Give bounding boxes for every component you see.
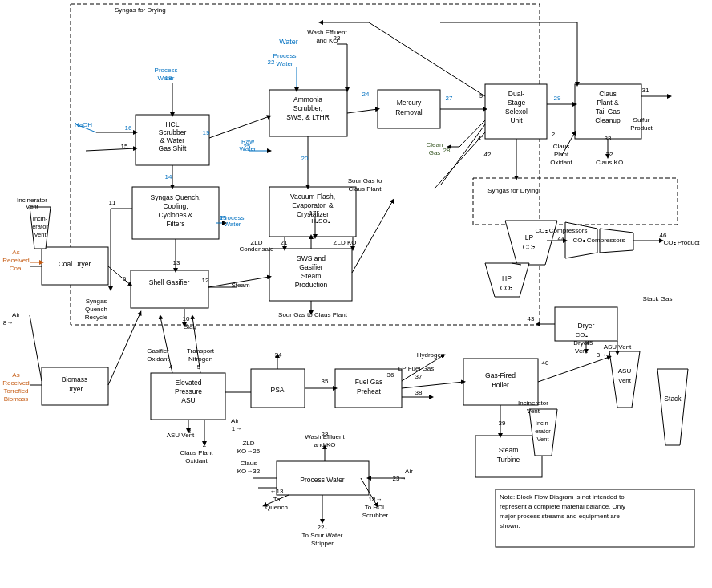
svg-text:Vent: Vent: [618, 377, 632, 384]
svg-text:Gasifier: Gasifier: [147, 347, 169, 355]
svg-text:Gas-Fired: Gas-Fired: [485, 371, 516, 379]
svg-text:Shell Gasifier: Shell Gasifier: [149, 278, 190, 286]
svg-text:Quench: Quench: [85, 306, 107, 313]
svg-text:Claus KO: Claus KO: [596, 159, 623, 166]
svg-text:23: 23: [322, 431, 329, 438]
svg-text:As: As: [12, 371, 19, 379]
svg-text:Ammonia: Ammonia: [293, 95, 322, 103]
svg-text:erator: erator: [535, 428, 551, 435]
svg-text:24: 24: [362, 91, 370, 98]
svg-text:42: 42: [484, 151, 492, 158]
svg-line-123: [352, 201, 393, 273]
svg-text:Sour Gas to: Sour Gas to: [348, 177, 382, 185]
svg-text:Water: Water: [276, 60, 293, 67]
svg-text:Sulfur: Sulfur: [633, 116, 650, 124]
svg-text:4: 4: [169, 363, 173, 371]
svg-text:Vacuum Flash,: Vacuum Flash,: [290, 193, 335, 201]
svg-text:10: 10: [183, 315, 190, 322]
svg-text:HCL: HCL: [165, 120, 179, 128]
svg-text:Coal Dryer: Coal Dryer: [59, 260, 91, 268]
svg-text:12: 12: [202, 277, 209, 284]
svg-text:16: 16: [125, 124, 132, 132]
svg-text:Process Water: Process Water: [300, 476, 345, 484]
svg-line-117: [108, 266, 131, 285]
svg-text:Removal: Removal: [395, 108, 423, 116]
svg-text:23→: 23→: [393, 475, 407, 482]
svg-text:15: 15: [121, 143, 128, 150]
svg-line-95: [347, 109, 378, 113]
svg-text:Stripper: Stripper: [311, 540, 334, 547]
svg-text:shown.: shown.: [500, 522, 520, 529]
svg-text:Vent: Vent: [34, 231, 47, 238]
svg-text:Preheat: Preheat: [357, 387, 381, 395]
svg-text:8→: 8→: [3, 319, 13, 326]
svg-text:Steam: Steam: [499, 446, 519, 454]
svg-text:37: 37: [415, 373, 423, 380]
svg-text:KO→26: KO→26: [237, 448, 261, 455]
svg-text:Sour Gas to Claus Plant: Sour Gas to Claus Plant: [278, 311, 348, 318]
svg-text:ASU Vent: ASU Vent: [167, 432, 195, 439]
svg-text:CO₂: CO₂: [500, 284, 514, 292]
svg-text:40: 40: [542, 359, 549, 367]
svg-text:ASU: ASU: [618, 367, 632, 375]
svg-text:31: 31: [642, 87, 649, 94]
svg-text:46: 46: [660, 232, 667, 239]
svg-line-90: [86, 148, 136, 151]
svg-text:Clean: Clean: [427, 141, 443, 148]
svg-text:Gasifier: Gasifier: [299, 263, 322, 271]
svg-text:Incin-: Incin-: [33, 215, 48, 222]
svg-text:Tail Gas: Tail Gas: [596, 107, 621, 116]
svg-text:43: 43: [528, 315, 535, 322]
svg-text:Stack: Stack: [664, 395, 682, 403]
svg-text:29: 29: [554, 95, 561, 102]
svg-text:Dryer: Dryer: [578, 322, 595, 330]
svg-text:Nitrogen: Nitrogen: [188, 355, 212, 363]
svg-text:1→: 1→: [232, 425, 241, 432]
svg-text:14: 14: [165, 173, 172, 180]
svg-text:and KO: and KO: [316, 37, 338, 44]
svg-text:Vent: Vent: [527, 408, 540, 415]
svg-text:CO₂ Compressors: CO₂ Compressors: [536, 227, 588, 234]
svg-text:Oxidant: Oxidant: [185, 457, 208, 464]
svg-text:Scrubber: Scrubber: [362, 512, 389, 519]
svg-text:Filters: Filters: [166, 220, 184, 228]
svg-text:CO₂ Product: CO₂ Product: [664, 239, 701, 246]
svg-text:22: 22: [268, 59, 275, 66]
svg-text:←13: ←13: [270, 488, 284, 495]
svg-text:ASU Vent: ASU Vent: [604, 343, 632, 351]
svg-line-150: [441, 124, 485, 185]
svg-text:Vent: Vent: [26, 203, 39, 210]
svg-text:and KO: and KO: [314, 441, 335, 448]
svg-text:44: 44: [558, 235, 565, 242]
svg-text:To: To: [273, 496, 281, 503]
svg-text:17: 17: [309, 209, 317, 217]
svg-text:Claus Plant: Claus Plant: [349, 185, 382, 193]
svg-text:13: 13: [173, 259, 180, 266]
svg-text:Claus: Claus: [241, 460, 257, 467]
svg-text:LP Fuel Gas: LP Fuel Gas: [398, 365, 434, 372]
svg-text:HP: HP: [502, 274, 512, 282]
svg-text:ASU: ASU: [181, 396, 195, 404]
svg-text:NaOH: NaOH: [75, 121, 92, 128]
svg-text:Scrubber: Scrubber: [159, 128, 187, 136]
svg-text:Steam: Steam: [231, 282, 249, 289]
svg-line-97: [459, 120, 485, 147]
svg-text:Water: Water: [224, 221, 241, 228]
svg-line-119: [108, 313, 140, 385]
svg-line-121: [30, 315, 42, 381]
svg-text:H₂SO₄: H₂SO₄: [311, 217, 330, 225]
svg-text:CO₂: CO₂: [523, 243, 536, 251]
svg-text:CO₂: CO₂: [576, 331, 588, 339]
svg-text:Oxidant: Oxidant: [550, 159, 572, 166]
svg-text:Recycle: Recycle: [85, 314, 108, 321]
svg-text:Dual-: Dual-: [508, 90, 524, 98]
svg-text:22↓: 22↓: [318, 524, 328, 531]
svg-text:SWS, & LTHR: SWS, & LTHR: [286, 113, 330, 121]
process-flow-diagram: HCL Scrubber & Water Gas Shift Ammonia S…: [0, 0, 712, 588]
svg-text:Mercury: Mercury: [397, 99, 422, 107]
svg-rect-33: [131, 270, 208, 308]
svg-text:Elevated: Elevated: [175, 379, 201, 387]
svg-text:major process streams and equi: major process streams and equipment are: [500, 513, 620, 520]
svg-text:represent a complete material : represent a complete material balance. O…: [500, 503, 625, 510]
svg-text:Cleanup: Cleanup: [595, 116, 621, 124]
